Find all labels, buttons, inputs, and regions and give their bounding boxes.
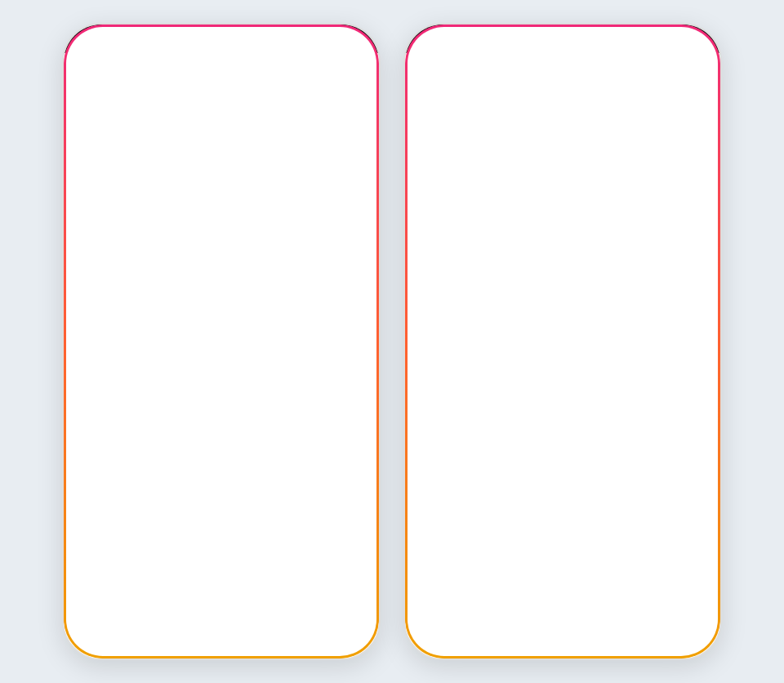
svg-point-1 <box>454 289 457 292</box>
contact-chevron: › <box>700 448 704 462</box>
contact-username: ted_graham321 <box>470 377 690 391</box>
back-button-2[interactable]: ‹ <box>421 66 704 85</box>
svg-rect-9 <box>452 466 459 473</box>
daily-limit-card: 1 hour › <box>80 368 363 408</box>
page-subtitle-1: Learn more about managing your teen's ti… <box>80 123 363 157</box>
svg-rect-3 <box>452 347 459 354</box>
wifi-icon: ▾ <box>339 33 345 46</box>
avatar: S <box>421 555 461 594</box>
instagram-badge <box>449 583 462 596</box>
remind-label-1: Remind teen to close Instagram <box>93 266 266 280</box>
status-time-2: 5:26 <box>425 33 449 47</box>
contact-connections: 60 shared connections <box>470 463 690 475</box>
signal-icon-2: ▪▪▪▪ <box>661 33 675 46</box>
signal-icon: ▪▪▪▪ <box>319 33 334 46</box>
contact-name: Chirsty Kaiden <box>470 331 690 343</box>
search-bar[interactable]: 🔍 Search <box>421 204 704 234</box>
instagram-badge <box>449 284 462 297</box>
contact-chevron: › <box>700 328 704 343</box>
remind-row-2[interactable]: Remind teen to close Instagram <box>80 417 363 460</box>
contact-name: Ellijah Manny <box>470 271 690 283</box>
avatar: G <box>421 495 461 534</box>
status-time-1: 5:26 <box>83 33 108 47</box>
contact-connections: 0 shared connections <box>470 583 690 594</box>
contact-username: e.manny.well.52 <box>470 257 690 271</box>
contact-name: 10 accounts <box>470 516 690 528</box>
remind-radio-on-1[interactable] <box>330 264 350 283</box>
instagram-badge <box>449 463 462 476</box>
phone-2: 5:26 ▪▪▪▪ ▾ ▭ ‹ Who they have chats with… <box>403 23 722 660</box>
contact-info: e.manny.well.52Ellijah Manny33 shared co… <box>470 257 690 296</box>
daily-limit-chevron: › <box>345 380 350 396</box>
screen-content-2: ‹ Who they have chats with See who your … <box>405 53 720 651</box>
svg-point-14 <box>457 587 458 588</box>
contact-row[interactable]: E e.manny.well.52Ellijah Manny33 shared … <box>421 247 704 306</box>
daily-limit-label: Daily limit <box>80 348 363 362</box>
contact-info: princess_peaceNicollete Sanders60 shared… <box>470 436 690 475</box>
svg-point-10 <box>454 468 457 471</box>
sleep-mode-card: 10 PM - 7 AM Every day › <box>80 192 363 243</box>
contact-row[interactable]: S super_santi_73Sam Santi0 shared connec… <box>421 545 704 604</box>
instagram-badge <box>449 344 462 357</box>
block-row-2[interactable]: Block teen from Instagram <box>80 460 363 503</box>
instagram-badge <box>449 404 462 417</box>
daily-limit-value: 1 hour <box>93 381 128 395</box>
block-row-1[interactable]: Block teen from Instagram <box>80 295 363 338</box>
contact-row[interactable]: C sprinkles_bby19Chirsty Kaiden159 share… <box>421 306 704 366</box>
status-icons-1: ▪▪▪▪ ▾ ▭ <box>319 33 359 46</box>
contact-name: Ted Graham <box>470 391 690 403</box>
page-title-2: Who they have chats with <box>421 93 704 118</box>
status-icons-2: ▪▪▪▪ ▾ ▭ <box>661 33 701 46</box>
sleep-mode-label: Sleep mode <box>80 172 363 185</box>
svg-point-11 <box>457 468 458 469</box>
contact-chevron: › <box>700 269 704 283</box>
svg-point-7 <box>454 408 457 412</box>
avatar: T <box>421 376 461 415</box>
back-button-1[interactable]: ‹ <box>80 66 363 85</box>
contact-chevron: › <box>700 567 704 582</box>
svg-point-5 <box>457 349 458 350</box>
contact-row[interactable]: N princess_peaceNicollete Sanders60 shar… <box>421 426 704 485</box>
contact-connections: 0 shared connections <box>470 404 690 415</box>
svg-point-2 <box>457 289 458 290</box>
battery-icon-2: ▭ <box>691 33 701 46</box>
contact-row[interactable]: T ted_graham321Ted Graham0 shared connec… <box>421 366 704 426</box>
battery-icon: ▭ <box>350 33 359 46</box>
avatar: E <box>421 257 461 296</box>
block-label-1: Block teen from Instagram <box>93 310 236 324</box>
block-radio-off-1[interactable] <box>330 307 350 327</box>
contact-row[interactable]: GGroup chat10 accounts› <box>421 485 704 545</box>
status-bar-1: 5:26 ▪▪▪▪ ▾ ▭ <box>64 25 379 53</box>
contact-connections: 33 shared connections <box>470 284 690 296</box>
contact-info: super_santi_73Sam Santi0 shared connecti… <box>470 556 690 594</box>
svg-rect-6 <box>452 407 459 413</box>
avatar: N <box>421 435 461 475</box>
contact-username: Group chat <box>470 502 690 516</box>
avatar-image: G <box>421 495 461 534</box>
block-radio-off-2[interactable] <box>330 472 350 492</box>
contact-connections: 159 shared connections <box>470 344 690 355</box>
learn-more-link-1[interactable]: Learn more <box>80 125 142 138</box>
contact-info: sprinkles_bby19Chirsty Kaiden159 shared … <box>470 317 690 355</box>
remind-label-2: Remind teen to close Instagram <box>93 431 266 445</box>
svg-point-8 <box>457 408 458 409</box>
contact-chevron: › <box>700 388 704 403</box>
svg-rect-0 <box>452 288 459 294</box>
svg-rect-12 <box>452 586 459 592</box>
remind-radio-on-2[interactable] <box>330 429 350 449</box>
contact-list: E e.manny.well.52Ellijah Manny33 shared … <box>421 247 704 604</box>
daily-limit-row[interactable]: 1 hour › <box>80 368 363 408</box>
status-bar-2: 5:26 ▪▪▪▪ ▾ ▭ <box>405 25 720 53</box>
phone-1: 5:26 ▪▪▪▪ ▾ ▭ ‹ Time management Learn mo… <box>62 23 381 660</box>
sleep-time-value: 10 PM - 7 AM <box>93 203 167 217</box>
limit-options-card: Remind teen to close Instagram Block tee… <box>80 417 363 503</box>
remind-row-1[interactable]: Remind teen to close Instagram <box>80 252 363 295</box>
avatar: C <box>421 316 461 355</box>
search-placeholder: Search <box>455 212 494 226</box>
sleep-time-row[interactable]: 10 PM - 7 AM Every day › <box>80 192 363 243</box>
learn-more-link-2[interactable]: Learn more <box>421 175 483 188</box>
sleep-days-value: Every day <box>93 219 167 231</box>
contact-username: super_santi_73 <box>470 556 690 569</box>
block-label-2: Block teen from Instagram <box>93 475 236 489</box>
description-text: See who your teen chatted with for the l… <box>421 125 691 172</box>
